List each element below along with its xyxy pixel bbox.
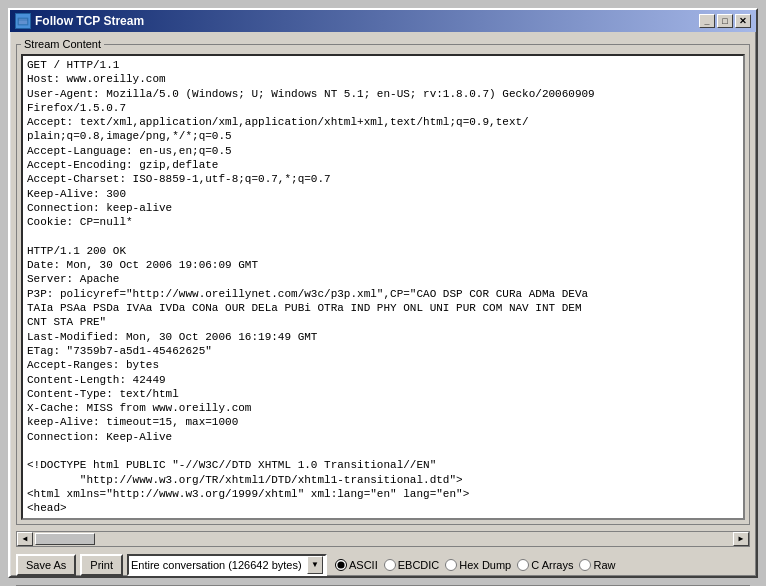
- scroll-thumb[interactable]: [35, 533, 95, 545]
- radio-ascii-label: ASCII: [349, 559, 378, 571]
- separator: [16, 585, 750, 586]
- conversation-dropdown[interactable]: Entire conversation (126642 bytes) ▼: [127, 554, 327, 576]
- radio-ebcdic[interactable]: EBCDIC: [384, 559, 440, 571]
- window-icon: [15, 13, 31, 29]
- maximize-button[interactable]: □: [717, 14, 733, 28]
- bottom-bar: Save As Print Entire conversation (12664…: [16, 551, 750, 579]
- radio-raw[interactable]: Raw: [579, 559, 615, 571]
- conversation-label: Entire conversation (126642 bytes): [131, 559, 307, 571]
- window-title: Follow TCP Stream: [35, 14, 144, 28]
- scroll-left-btn[interactable]: ◀: [17, 532, 33, 546]
- close-button[interactable]: ✕: [735, 14, 751, 28]
- radio-hexdump[interactable]: Hex Dump: [445, 559, 511, 571]
- radio-carrays[interactable]: C Arrays: [517, 559, 573, 571]
- title-bar-buttons: _ □ ✕: [699, 14, 751, 28]
- radio-carrays-label: C Arrays: [531, 559, 573, 571]
- encoding-radio-group: ASCII EBCDIC Hex Dump C Arrays Raw: [335, 559, 615, 571]
- title-bar: Follow TCP Stream _ □ ✕: [10, 10, 756, 32]
- radio-ascii[interactable]: ASCII: [335, 559, 378, 571]
- horizontal-scrollbar[interactable]: ◀ ▶: [16, 531, 750, 547]
- stream-content-group: Stream Content GET / HTTP/1.1 Host: www.…: [16, 38, 750, 525]
- radio-hexdump-label: Hex Dump: [459, 559, 511, 571]
- save-as-button[interactable]: Save As: [16, 554, 76, 576]
- radio-ebcdic-label: EBCDIC: [398, 559, 440, 571]
- window-body: Stream Content GET / HTTP/1.1 Host: www.…: [10, 32, 756, 586]
- stream-text-area[interactable]: GET / HTTP/1.1 Host: www.oreilly.com Use…: [21, 54, 745, 520]
- title-bar-left: Follow TCP Stream: [15, 13, 144, 29]
- group-legend: Stream Content: [21, 38, 104, 50]
- scroll-track[interactable]: [33, 532, 733, 546]
- dropdown-arrow[interactable]: ▼: [307, 556, 323, 574]
- follow-tcp-stream-window: Follow TCP Stream _ □ ✕ Stream Content G…: [8, 8, 758, 578]
- radio-raw-label: Raw: [593, 559, 615, 571]
- scroll-right-btn[interactable]: ▶: [733, 532, 749, 546]
- minimize-button[interactable]: _: [699, 14, 715, 28]
- print-button[interactable]: Print: [80, 554, 123, 576]
